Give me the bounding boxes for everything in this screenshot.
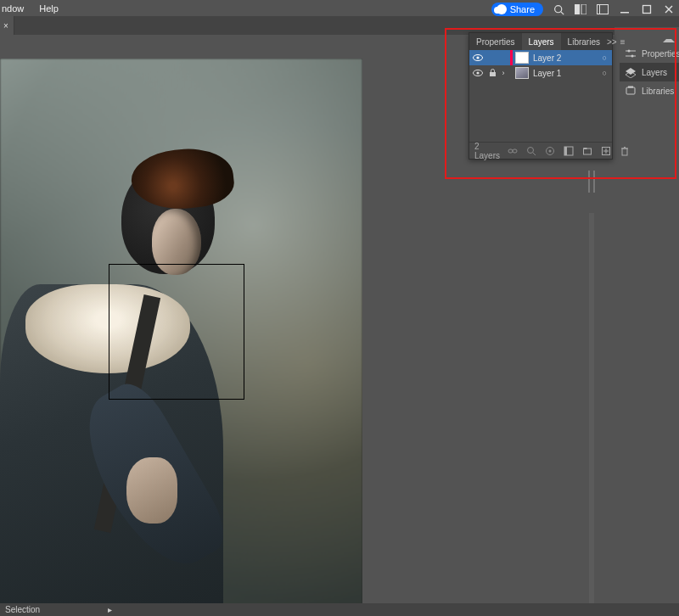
svg-rect-36 <box>622 148 627 155</box>
panel-divider[interactable] <box>589 213 594 616</box>
svg-point-28 <box>549 149 552 152</box>
close-tab-icon[interactable]: × <box>3 21 8 31</box>
frame-mode-icon[interactable] <box>596 4 609 14</box>
svg-rect-23 <box>508 149 513 153</box>
dock-item-label: Libraries <box>642 87 674 96</box>
new-layer-icon[interactable] <box>600 145 612 157</box>
svg-rect-31 <box>584 148 592 154</box>
expand-toggle-icon[interactable]: › <box>498 69 508 77</box>
libraries-icon <box>625 85 637 97</box>
svg-point-19 <box>476 56 479 59</box>
panel-menu-icon[interactable]: ≡ <box>620 37 626 47</box>
svg-line-26 <box>533 153 536 155</box>
layer-options-icon[interactable]: ○ <box>603 53 612 62</box>
mask-icon[interactable] <box>563 145 575 157</box>
lock-icon[interactable] <box>486 69 498 77</box>
layers-list: Layer 2 ○ › Layer 1 ○ <box>469 50 612 81</box>
status-bar: Selection ▸ <box>0 603 679 616</box>
svg-rect-17 <box>628 87 633 88</box>
sliders-icon <box>625 48 637 59</box>
share-label: Share <box>510 4 535 14</box>
svg-rect-2 <box>575 4 580 14</box>
svg-rect-24 <box>513 149 517 153</box>
svg-point-0 <box>554 5 561 12</box>
layer-name[interactable]: Layer 1 <box>533 69 561 78</box>
status-mode[interactable]: Selection <box>5 605 40 614</box>
cloud-icon <box>497 4 507 14</box>
document-tab[interactable]: × <box>0 16 14 35</box>
layer-row[interactable]: Layer 2 ○ <box>469 50 612 65</box>
svg-rect-7 <box>643 6 651 14</box>
svg-rect-4 <box>598 5 609 14</box>
layer-name[interactable]: Layer 2 <box>533 53 561 63</box>
svg-line-1 <box>560 11 563 14</box>
svg-rect-30 <box>564 147 567 155</box>
layers-icon <box>625 66 637 78</box>
svg-rect-16 <box>626 87 635 94</box>
menu-window[interactable]: ndow <box>2 3 24 14</box>
menu-help[interactable]: Help <box>39 3 59 14</box>
svg-rect-5 <box>599 5 600 14</box>
dock-item-layers[interactable]: Layers <box>620 63 679 81</box>
panel-resize-handle[interactable] <box>588 171 595 193</box>
layer-options-icon[interactable]: ○ <box>603 69 612 77</box>
layer-thumbnail[interactable] <box>515 52 529 64</box>
right-dock: Properties Layers Libraries <box>614 27 679 603</box>
svg-point-21 <box>476 71 479 74</box>
workspace-toggle-icon[interactable] <box>574 4 587 14</box>
layer-thumbnail[interactable] <box>515 67 529 79</box>
visibility-toggle-icon[interactable] <box>469 53 486 62</box>
minimize-icon[interactable] <box>618 4 631 14</box>
panel-more-icon[interactable]: >> <box>607 37 617 47</box>
search-layers-icon[interactable] <box>525 145 537 157</box>
layers-empty-area[interactable] <box>469 81 612 142</box>
selection-marquee[interactable] <box>109 264 244 400</box>
close-icon[interactable] <box>662 4 676 14</box>
layer-color-accent <box>510 50 513 65</box>
panel-tab-layers[interactable]: Layers <box>522 33 561 50</box>
svg-rect-3 <box>581 4 586 14</box>
panel-footer: 2 Layers <box>469 142 612 159</box>
svg-point-11 <box>628 50 631 53</box>
dock-item-label: Properties <box>642 49 679 59</box>
layer-row[interactable]: › Layer 1 ○ <box>469 65 612 81</box>
window-controls: Share <box>491 3 676 16</box>
document-canvas[interactable] <box>0 59 362 613</box>
visibility-toggle-icon[interactable] <box>469 69 486 77</box>
dock-item-libraries[interactable]: Libraries <box>620 81 679 100</box>
search-icon[interactable] <box>552 4 565 14</box>
svg-rect-6 <box>620 12 629 14</box>
fx-icon[interactable] <box>544 145 556 157</box>
link-layers-icon[interactable] <box>507 145 519 157</box>
svg-rect-22 <box>490 72 496 76</box>
dock-item-properties[interactable]: Properties <box>620 44 679 63</box>
panel-tabs: Properties Layers Libraries >> ≡ <box>469 33 612 50</box>
share-button[interactable]: Share <box>491 3 543 16</box>
layers-panel: Properties Layers Libraries >> ≡ Layer 2… <box>469 32 613 160</box>
layer-count-label: 2 Layers <box>474 142 500 160</box>
status-expand-icon[interactable]: ▸ <box>108 605 112 614</box>
new-folder-icon[interactable] <box>581 145 593 157</box>
maximize-icon[interactable] <box>640 4 654 14</box>
panel-tab-properties[interactable]: Properties <box>469 33 522 50</box>
svg-point-13 <box>631 55 634 58</box>
dock-item-label: Layers <box>642 68 667 77</box>
trash-icon[interactable] <box>619 145 631 157</box>
panel-tab-libraries[interactable]: Libraries <box>561 33 607 50</box>
svg-rect-32 <box>584 148 587 149</box>
svg-point-25 <box>528 147 534 153</box>
